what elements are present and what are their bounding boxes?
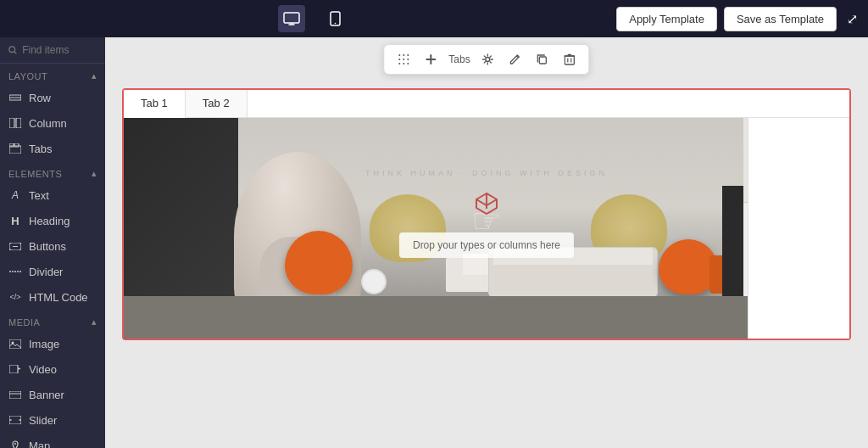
svg-rect-6 bbox=[9, 118, 14, 128]
sidebar-search-input[interactable] bbox=[22, 44, 97, 56]
sidebar-item-buttons[interactable]: Buttons bbox=[0, 233, 105, 259]
sidebar-item-divider[interactable]: Divider bbox=[0, 259, 105, 284]
tab-1-button[interactable]: Tab 1 bbox=[124, 90, 186, 118]
buttons-icon bbox=[8, 239, 22, 253]
elements-section-header: Elements ▴ bbox=[0, 161, 105, 182]
settings-icon[interactable] bbox=[477, 48, 499, 70]
sidebar-item-tabs[interactable]: Tabs bbox=[0, 136, 105, 161]
apply-template-button[interactable]: Apply Template bbox=[616, 7, 717, 31]
svg-rect-0 bbox=[284, 13, 299, 23]
tab-header: Tab 1 Tab 2 bbox=[124, 90, 849, 118]
svg-point-3 bbox=[9, 47, 15, 53]
svg-point-24 bbox=[403, 54, 404, 56]
floor bbox=[124, 296, 849, 339]
topbar-center bbox=[278, 5, 349, 32]
tab-2-button[interactable]: Tab 2 bbox=[186, 90, 248, 117]
svg-point-29 bbox=[398, 63, 400, 64]
canvas-area: Tabs Tab 1 Tab 2 bbox=[105, 37, 868, 448]
sidebar-item-map[interactable]: Map bbox=[0, 433, 105, 448]
layout-section-header: Layout ▴ bbox=[0, 64, 105, 85]
sidebar-item-text[interactable]: A Text bbox=[0, 182, 105, 208]
html-icon: </> bbox=[8, 290, 22, 304]
main-area: Layout ▴ Row Column Tabs Elements ▴ bbox=[0, 37, 868, 448]
move-icon[interactable] bbox=[392, 48, 415, 70]
column-icon bbox=[8, 116, 22, 130]
side-table bbox=[361, 269, 387, 294]
expand-icon[interactable]: ⤢ bbox=[847, 11, 858, 27]
svg-point-27 bbox=[403, 59, 404, 60]
room-image: ☞ Drop your types or columns here bbox=[124, 118, 849, 339]
svg-rect-16 bbox=[9, 365, 18, 373]
tabs-icon bbox=[8, 142, 22, 155]
svg-point-22 bbox=[14, 443, 16, 445]
banner-icon bbox=[8, 388, 22, 401]
mobile-device-button[interactable] bbox=[322, 5, 349, 32]
layout-collapse-icon[interactable]: ▴ bbox=[92, 70, 97, 81]
divider-icon bbox=[8, 265, 22, 278]
heading-icon: H bbox=[8, 214, 22, 227]
svg-rect-17 bbox=[9, 391, 21, 399]
drop-hint-text: Drop your types or columns here bbox=[399, 232, 574, 258]
save-template-button[interactable]: Save as Template bbox=[724, 7, 837, 31]
add-icon[interactable] bbox=[420, 48, 442, 70]
svg-point-31 bbox=[407, 63, 409, 64]
tab-container: Tab 1 Tab 2 bbox=[122, 88, 851, 340]
sidebar-search-container[interactable] bbox=[0, 37, 105, 64]
duplicate-icon[interactable] bbox=[531, 48, 554, 70]
signage-text: THINK HUMAN · DOING WITH DESIGN bbox=[365, 169, 608, 177]
edit-icon[interactable] bbox=[504, 48, 526, 70]
elements-collapse-icon[interactable]: ▴ bbox=[92, 168, 97, 179]
svg-point-25 bbox=[407, 54, 409, 56]
delete-icon[interactable] bbox=[559, 48, 581, 70]
map-icon bbox=[8, 439, 22, 448]
sidebar-item-video[interactable]: Video bbox=[0, 356, 105, 382]
tab-content: ☞ Drop your types or columns here bbox=[124, 118, 849, 339]
svg-point-26 bbox=[398, 59, 400, 60]
sidebar-item-image[interactable]: Image bbox=[0, 331, 105, 356]
topbar-actions: Apply Template Save as Template ⤢ bbox=[616, 7, 858, 31]
svg-point-23 bbox=[398, 54, 400, 56]
sidebar-item-row[interactable]: Row bbox=[0, 85, 105, 110]
svg-point-28 bbox=[407, 59, 409, 60]
sidebar-item-heading[interactable]: H Heading bbox=[0, 208, 105, 233]
svg-rect-7 bbox=[16, 118, 21, 128]
floating-toolbar: Tabs bbox=[383, 44, 589, 75]
sidebar-item-banner[interactable]: Banner bbox=[0, 382, 105, 407]
sidebar-item-slider[interactable]: Slider bbox=[0, 407, 105, 433]
sidebar-item-html[interactable]: </> HTML Code bbox=[0, 284, 105, 310]
desktop-device-button[interactable] bbox=[278, 5, 305, 32]
search-icon bbox=[8, 45, 17, 55]
media-section-header: Media ▴ bbox=[0, 310, 105, 331]
slider-icon bbox=[8, 413, 22, 427]
media-collapse-icon[interactable]: ▴ bbox=[92, 316, 97, 328]
row-icon bbox=[8, 91, 22, 104]
bean-bag-left bbox=[285, 231, 353, 294]
image-icon bbox=[8, 337, 22, 350]
text-icon: A bbox=[8, 188, 22, 202]
svg-point-30 bbox=[403, 63, 404, 64]
white-right-panel bbox=[748, 118, 849, 339]
video-icon bbox=[8, 362, 22, 376]
svg-point-34 bbox=[486, 58, 490, 62]
sidebar-item-column[interactable]: Column bbox=[0, 110, 105, 136]
svg-rect-35 bbox=[540, 57, 547, 64]
svg-point-2 bbox=[335, 23, 337, 25]
toolbar-label: Tabs bbox=[447, 53, 471, 65]
topbar: Apply Template Save as Template ⤢ bbox=[0, 0, 868, 37]
svg-rect-14 bbox=[9, 339, 21, 349]
sidebar: Layout ▴ Row Column Tabs Elements ▴ bbox=[0, 37, 105, 448]
svg-rect-36 bbox=[565, 56, 574, 64]
